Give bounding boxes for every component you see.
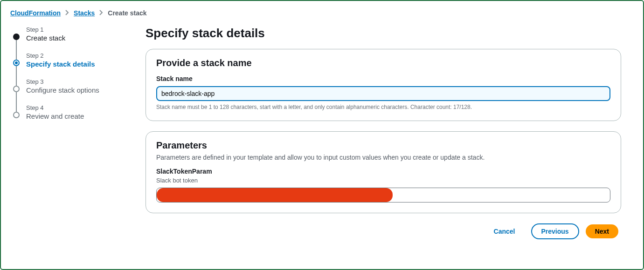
step-configure-stack-options[interactable]: Step 3 Configure stack options xyxy=(13,78,127,104)
panel-description: Parameters are defined in your template … xyxy=(156,154,610,161)
stack-name-panel: Provide a stack name Stack name Stack na… xyxy=(145,49,621,121)
breadcrumb-link-cloudformation[interactable]: CloudFormation xyxy=(10,9,61,17)
cancel-button[interactable]: Cancel xyxy=(485,224,525,238)
stack-name-label: Stack name xyxy=(156,75,610,82)
step-create-stack[interactable]: Step 1 Create stack xyxy=(13,26,127,52)
panel-heading: Parameters xyxy=(156,140,610,151)
page-title: Specify stack details xyxy=(145,26,621,40)
wizard-stepper: Step 1 Create stack Step 2 Specify stack… xyxy=(10,26,127,120)
step-circle-icon xyxy=(13,86,20,92)
next-button[interactable]: Next xyxy=(586,224,618,238)
step-title: Configure stack options xyxy=(26,86,127,94)
parameters-panel: Parameters Parameters are defined in you… xyxy=(145,131,621,213)
step-index: Step 2 xyxy=(26,52,127,59)
step-circle-icon xyxy=(13,34,20,40)
chevron-right-icon xyxy=(99,9,103,17)
step-specify-stack-details[interactable]: Step 2 Specify stack details xyxy=(13,52,127,78)
chevron-right-icon xyxy=(65,9,69,17)
wizard-footer: Cancel Previous Next xyxy=(145,223,621,239)
step-circle-icon xyxy=(13,112,20,118)
breadcrumb: CloudFormation Stacks Create stack xyxy=(10,9,634,17)
step-circle-icon xyxy=(13,60,20,66)
param-description: Slack bot token xyxy=(156,177,610,184)
step-index: Step 3 xyxy=(26,78,127,85)
main-content: Specify stack details Provide a stack na… xyxy=(145,26,621,239)
param-name-label: SlackTokenParam xyxy=(156,168,610,175)
step-review-and-create[interactable]: Step 4 Review and create xyxy=(13,104,127,120)
step-title: Create stack xyxy=(26,34,127,42)
stack-name-hint: Stack name must be 1 to 128 characters, … xyxy=(156,104,610,110)
previous-button[interactable]: Previous xyxy=(531,223,579,239)
breadcrumb-current: Create stack xyxy=(108,9,146,17)
stack-name-input[interactable] xyxy=(156,86,610,101)
step-index: Step 1 xyxy=(26,26,127,33)
slack-token-input[interactable] xyxy=(156,188,610,202)
step-title: Review and create xyxy=(26,112,127,120)
breadcrumb-link-stacks[interactable]: Stacks xyxy=(74,9,95,17)
step-title: Specify stack details xyxy=(26,60,127,68)
step-index: Step 4 xyxy=(26,104,127,111)
panel-heading: Provide a stack name xyxy=(156,58,610,68)
